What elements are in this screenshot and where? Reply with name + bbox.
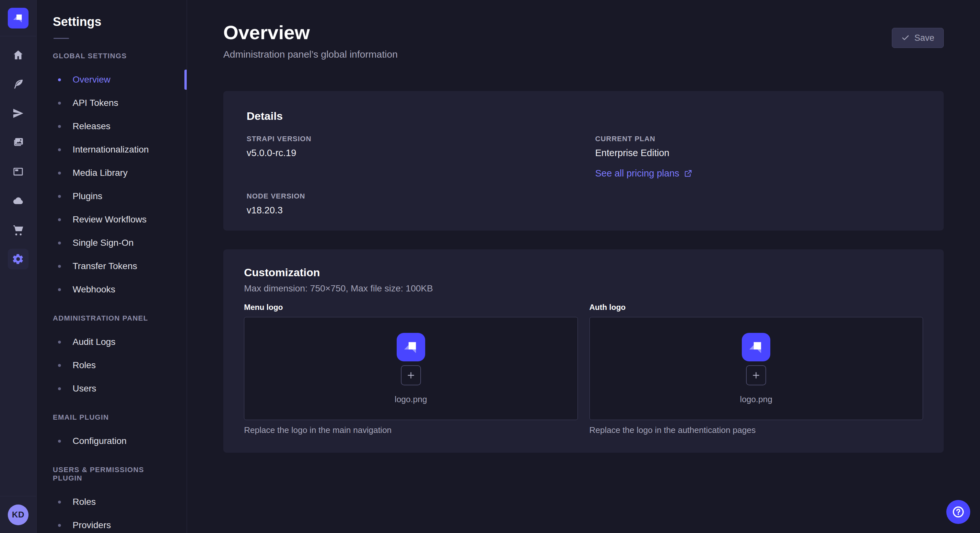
check-icon [901, 34, 910, 42]
pricing-plans-link-label: See all pricing plans [595, 168, 679, 179]
field-current-plan: CURRENT PLANEnterprise Edition [595, 135, 921, 159]
customization-card: Customization Max dimension: 750×750, Ma… [223, 249, 944, 453]
rail-brand-area [0, 0, 36, 36]
subnav-item-api-tokens[interactable]: API Tokens [37, 91, 187, 115]
customization-card-subtitle: Max dimension: 750×750, Max file size: 1… [244, 283, 923, 294]
help-button[interactable] [946, 500, 970, 524]
subnav-item-roles[interactable]: Roles [37, 490, 187, 514]
upload-label: Auth logo [590, 303, 923, 312]
field-value: Enterprise Edition [595, 148, 921, 159]
main-content: Overview Administration panel’s global i… [187, 0, 980, 533]
page-title: Overview [223, 21, 398, 44]
rail-nav [0, 36, 36, 270]
page-subtitle: Administration panel’s global informatio… [223, 49, 398, 60]
field-label: CURRENT PLAN [595, 135, 921, 143]
subnav-item-providers[interactable]: Providers [37, 514, 187, 533]
details-card-title: Details [247, 110, 920, 122]
details-col-right-fields: CURRENT PLANEnterprise Edition [595, 135, 921, 159]
images-icon [12, 136, 24, 149]
layout-icon [12, 165, 24, 178]
subnav-item-label: Roles [73, 497, 96, 507]
gear-icon [12, 253, 24, 265]
strapi-mark-icon [11, 11, 25, 25]
subnav-item-label: Providers [73, 520, 111, 530]
bullet-icon [58, 524, 61, 527]
plus-icon [751, 370, 761, 381]
subnav-item-media-library[interactable]: Media Library [37, 161, 187, 185]
rail-item-paper-plane[interactable] [8, 103, 29, 124]
subnav-item-transfer-tokens[interactable]: Transfer Tokens [37, 254, 187, 278]
subnav-item-webhooks[interactable]: Webhooks [37, 278, 187, 301]
home-icon [12, 49, 24, 61]
bullet-icon [58, 195, 61, 198]
external-link-icon [684, 169, 692, 178]
rail-item-images[interactable] [8, 132, 29, 153]
bullet-icon [58, 125, 61, 128]
cloud-icon [12, 195, 24, 207]
rail-item-cart[interactable] [8, 219, 29, 240]
add-logo-button[interactable] [746, 365, 766, 385]
field-value: v18.20.3 [247, 205, 572, 216]
uploaded-logo-preview [397, 333, 425, 362]
subnav-item-audit-logs[interactable]: Audit Logs [37, 330, 187, 354]
add-logo-button[interactable] [401, 365, 421, 385]
bullet-icon [58, 501, 61, 503]
bullet-icon [58, 265, 61, 268]
cart-icon [12, 224, 24, 236]
bullet-icon [58, 288, 61, 291]
upload-auth-logo: Auth logologo.pngReplace the logo in the… [590, 303, 923, 435]
subnav-item-configuration[interactable]: Configuration [37, 429, 187, 453]
upload-hint: Replace the logo in the main navigation [244, 425, 578, 435]
rail-item-layout[interactable] [8, 161, 29, 182]
subnav-item-internationalization[interactable]: Internationalization [37, 138, 187, 161]
uploaded-logo-preview [742, 333, 770, 362]
subnav-item-review-workflows[interactable]: Review Workflows [37, 208, 187, 231]
bullet-icon [58, 78, 61, 81]
subnav-item-releases[interactable]: Releases [37, 115, 187, 138]
page-header: Overview Administration panel’s global i… [223, 21, 944, 60]
subnav-list: Audit LogsRolesUsers [37, 330, 187, 400]
bullet-icon [58, 387, 61, 390]
subnav-section-label: EMAIL PLUGIN [53, 413, 170, 422]
details-col-left: STRAPI VERSIONv5.0.0-rc.19NODE VERSIONv1… [247, 135, 572, 216]
subnav-item-label: Users [73, 383, 96, 394]
rail-item-home[interactable] [8, 45, 29, 65]
upload-dropzone-menu-logo[interactable]: logo.png [244, 317, 578, 420]
main-nav-rail: KD [0, 0, 37, 533]
subnav-item-label: Plugins [73, 191, 102, 201]
upload-label: Menu logo [244, 303, 578, 312]
upload-dropzone-auth-logo[interactable]: logo.png [590, 317, 923, 420]
details-grid: STRAPI VERSIONv5.0.0-rc.19NODE VERSIONv1… [247, 135, 920, 216]
title-divider [54, 38, 69, 39]
rail-item-gear[interactable] [8, 249, 29, 270]
strapi-mark-icon [747, 338, 765, 357]
bullet-icon [58, 341, 61, 344]
subnav-item-plugins[interactable]: Plugins [37, 185, 187, 208]
subnav-item-label: Review Workflows [73, 214, 146, 225]
subnav-item-roles[interactable]: Roles [37, 354, 187, 377]
rail-item-cloud[interactable] [8, 190, 29, 211]
field-node-version: NODE VERSIONv18.20.3 [247, 192, 572, 216]
avatar[interactable]: KD [8, 504, 29, 525]
subnav-item-single-sign-on[interactable]: Single Sign-On [37, 231, 187, 254]
pricing-plans-link[interactable]: See all pricing plans [595, 168, 693, 179]
bullet-icon [58, 440, 61, 443]
subnav-item-label: Audit Logs [73, 337, 115, 347]
subnav-item-label: Internationalization [73, 144, 149, 155]
rail-item-feather[interactable] [8, 74, 29, 95]
settings-subnav: Settings GLOBAL SETTINGSOverviewAPI Toke… [37, 0, 187, 533]
plus-icon [406, 370, 416, 381]
subnav-item-overview[interactable]: Overview [37, 68, 187, 91]
rail-user-area: KD [0, 496, 36, 533]
save-button[interactable]: Save [892, 28, 944, 48]
strapi-logo[interactable] [8, 8, 29, 29]
subnav-item-label: API Tokens [73, 98, 118, 108]
details-card: Details STRAPI VERSIONv5.0.0-rc.19NODE V… [223, 91, 944, 230]
subnav-section-label: ADMINISTRATION PANEL [53, 314, 170, 322]
page-header-text: Overview Administration panel’s global i… [223, 21, 398, 60]
subnav-item-label: Overview [73, 75, 110, 85]
subnav-item-users[interactable]: Users [37, 377, 187, 400]
feather-icon [12, 78, 24, 90]
save-button-label: Save [914, 33, 934, 43]
field-label: NODE VERSION [247, 192, 572, 200]
